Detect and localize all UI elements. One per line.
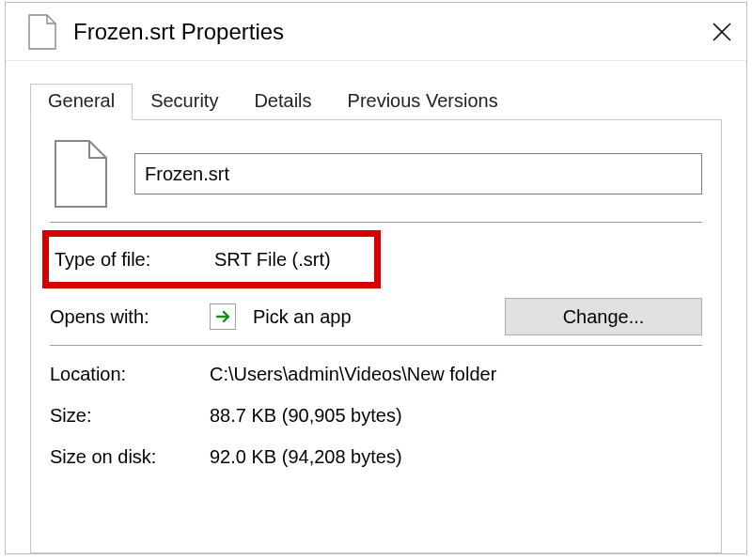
size-row: Size: 88.7 KB (90,905 bytes) (50, 395, 702, 436)
divider (50, 222, 702, 223)
divider (50, 345, 702, 346)
filename-input[interactable] (134, 153, 702, 194)
size-value: 88.7 KB (90,905 bytes) (210, 405, 702, 427)
tab-previous-versions[interactable]: Previous Versions (330, 84, 516, 120)
change-button[interactable]: Change... (505, 298, 702, 335)
close-icon (712, 22, 732, 42)
dialog-content: General Security Details Previous Versio… (6, 61, 746, 553)
location-value: C:\Users\admin\Videos\New folder (210, 364, 702, 385)
titlebar: Frozen.srt Properties (6, 3, 746, 61)
type-of-file-value: SRT File (.srt) (214, 249, 368, 271)
tab-security[interactable]: Security (133, 84, 236, 120)
opens-with-label: Opens with: (50, 306, 210, 328)
size-on-disk-value: 92.0 KB (94,208 bytes) (210, 446, 702, 468)
size-label: Size: (50, 405, 210, 427)
annotation-highlight: Type of file: SRT File (.srt) (42, 230, 381, 288)
arrow-right-icon (214, 308, 231, 325)
filename-row (54, 139, 702, 209)
tab-strip: General Security Details Previous Versio… (30, 80, 722, 119)
opens-with-row: Opens with: Pick an app Change... (50, 296, 702, 337)
file-icon (54, 139, 108, 209)
tab-panel-general: Type of file: SRT File (.srt) Opens with… (30, 119, 722, 553)
window-title: Frozen.srt Properties (73, 19, 284, 45)
size-on-disk-row: Size on disk: 92.0 KB (94,208 bytes) (50, 436, 702, 477)
opens-with-value: Pick an app (253, 306, 352, 328)
location-label: Location: (50, 364, 210, 385)
tab-details[interactable]: Details (236, 84, 329, 120)
type-of-file-label: Type of file: (55, 249, 214, 271)
type-of-file-row: Type of file: SRT File (.srt) (55, 239, 368, 280)
location-row: Location: C:\Users\admin\Videos\New fold… (50, 353, 702, 395)
size-on-disk-label: Size on disk: (50, 446, 210, 468)
tab-general[interactable]: General (30, 84, 133, 120)
file-icon (28, 14, 56, 50)
pick-app-icon (210, 303, 236, 330)
properties-dialog: Frozen.srt Properties General Security D… (5, 2, 747, 554)
close-button[interactable] (709, 19, 735, 45)
